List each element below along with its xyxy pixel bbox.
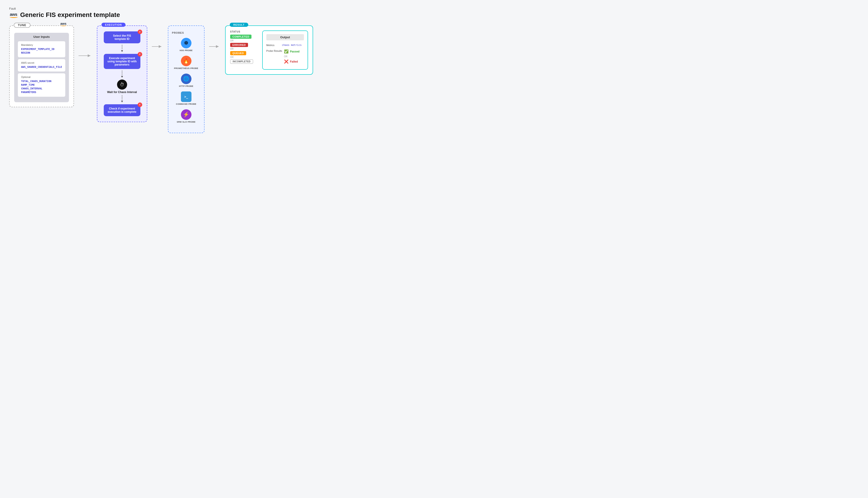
exec-step-4: 🎯 Check if experiment execution is compl… [104,104,140,116]
exec-step-2: 🎯 Execute experiment using template ID w… [104,54,140,69]
status-label: STATUS [230,30,258,33]
prometheus-probe-item: 🔥 PROMETHEUS PROBE [172,56,200,69]
passed-result: ✅ Passed [284,49,300,54]
metrics-label: Metrics [266,43,280,47]
wait-circle-icon: ⏱ [117,80,127,90]
aws-secret-label: AWS secret [21,62,62,64]
output-box: Output Metrics chaos metrics Probe Resul… [262,30,308,70]
probes-to-result-arrow [209,44,220,49]
status-section: STATUS COMPLETED OR ERRORED OR QUEUED OR… [230,30,258,64]
mandatory-field-1: EXPERIMENT_TEMPLATE_ID [21,48,62,51]
optional-label: Optional [21,76,62,78]
optional-row: Optional TOTAL_CHAOS_DURATION RAMP_TIME … [18,73,65,97]
k8s-probe-item: ☸ K8S PROBE [172,38,200,52]
k8s-probe-label: K8S PROBE [180,49,193,52]
tune-to-exec-arrow [79,53,92,58]
http-probe-icon: 🌐 [181,74,191,84]
output-title: Output [266,34,304,40]
optional-field-1: TOTAL_CHAOS_DURATION [21,80,62,83]
failed-result: ❌ Failed [284,60,300,64]
arrow-step3-4: ▼ [121,95,124,103]
probes-label: PROBES [172,31,200,34]
result-layout: STATUS COMPLETED OR ERRORED OR QUEUED OR… [230,30,308,70]
header: Fault aws Generic FIS experiment templat… [9,7,859,18]
execution-badge: EXECUTION [101,23,125,27]
step2-icon: 🎯 [138,52,142,57]
page-title: Generic FIS experiment template [20,11,120,18]
optional-field-4: PARAMETERS [21,91,62,94]
completed-badge: COMPLETED [230,35,252,39]
arrow-step1-2: ▼ [121,45,124,52]
mandatory-field-2: REGION [21,51,62,54]
tune-panel: TUNE aws User Inputs Mandatory EXPERIMEN… [9,25,74,107]
metrics-value: chaos metrics [282,43,302,47]
execution-panel: EXECUTION 🎯 Select the FIS template ID ▼… [97,25,147,122]
srm-probe-icon: ⚡ [181,109,191,120]
http-probe-item: 🌐 HTTP PROBE [172,74,200,87]
aws-secret-field-1: AWS_SHARED_CREDENTIALS_FILE [21,66,62,68]
step4-icon: 🎯 [138,103,142,107]
failed-icon: ❌ [284,60,288,64]
tune-aws-smile-icon [60,25,67,26]
step1-icon: 🎯 [138,29,142,34]
prometheus-probe-icon: 🔥 [181,56,191,66]
prometheus-probe-label: PROMETHEUS PROBE [174,67,198,69]
probe-results-values: ✅ Passed OR ❌ Failed [284,49,300,64]
passed-label: Passed [290,50,300,53]
probes-panel: PROBES ☸ K8S PROBE 🔥 PROMETHEUS PROBE 🌐 … [168,25,204,133]
optional-field-3: CHAOS_INTERVAL [21,87,62,90]
aws-smile-icon [10,16,18,18]
result-panel: RESULT STATUS COMPLETED OR ERRORED OR QU… [225,25,313,75]
probe-or: OR [284,55,300,58]
aws-secret-row: AWS secret AWS_SHARED_CREDENTIALS_FILE [18,59,65,71]
mandatory-label: Mandatory [21,43,62,46]
exec-to-probes-arrow [152,44,163,49]
k8s-probe-icon: ☸ [181,38,191,48]
result-badge: RESULT [230,23,248,27]
wait-step: ⏱ Wait for Chaos Interval [107,80,137,94]
exec-step-1: 🎯 Select the FIS template ID [104,31,140,43]
or-2: OR [230,48,258,50]
mandatory-row: Mandatory EXPERIMENT_TEMPLATE_ID REGION [18,41,65,57]
srm-probe-item: ⚡ SRM SLO PROBE [172,109,200,123]
user-inputs-title: User Inputs [18,35,65,39]
command-probe-icon: >_ [181,91,191,102]
command-probe-label: COMMAND PROBE [176,103,196,105]
fault-label: Fault [9,7,859,10]
aws-logo: aws [9,12,18,18]
user-inputs-box: User Inputs Mandatory EXPERIMENT_TEMPLAT… [14,33,69,102]
or-3: OR [230,56,258,58]
errored-badge: ERRORED [230,43,248,47]
arrow-step2-3: ▼ [121,70,124,78]
optional-field-2: RAMP_TIME [21,83,62,87]
or-1: OR [230,39,258,42]
probe-results-row: Probe Results ✅ Passed OR ❌ Failed [266,49,304,64]
tune-badge: TUNE [14,23,30,28]
failed-label: Failed [290,60,298,63]
result-left: STATUS COMPLETED OR ERRORED OR QUEUED OR… [230,30,258,70]
http-probe-label: HTTP PROBE [179,85,193,87]
srm-probe-label: SRM SLO PROBE [177,121,195,123]
queued-badge: QUEUED [230,51,246,55]
diagram-container: TUNE aws User Inputs Mandatory EXPERIMEN… [9,25,859,133]
probe-results-label: Probe Results [266,49,282,53]
command-probe-item: >_ COMMAND PROBE [172,91,200,105]
incompleted-badge: INCOMPLETED [230,60,253,64]
passed-icon: ✅ [284,49,288,54]
metrics-row: Metrics chaos metrics [266,43,304,47]
tune-aws-corner: aws [60,22,67,26]
wait-label: Wait for Chaos Interval [107,91,137,94]
